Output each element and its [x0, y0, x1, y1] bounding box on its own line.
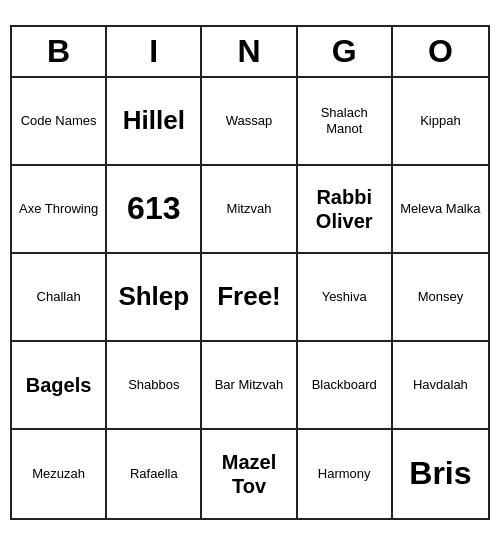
cell-text: Mitzvah	[227, 201, 272, 217]
cell-text: Mazel Tov	[206, 450, 291, 498]
cell-text: Shlep	[118, 281, 189, 312]
bingo-cell: Monsey	[393, 254, 488, 342]
cell-text: Yeshiva	[322, 289, 367, 305]
cell-text: Shalach Manot	[302, 105, 387, 136]
cell-text: Blackboard	[312, 377, 377, 393]
header-letter: N	[202, 27, 297, 76]
bingo-cell: Rabbi Oliver	[298, 166, 393, 254]
bingo-cell: Bris	[393, 430, 488, 518]
cell-text: Havdalah	[413, 377, 468, 393]
bingo-cell: Bagels	[12, 342, 107, 430]
bingo-cell: Challah	[12, 254, 107, 342]
bingo-cell: 613	[107, 166, 202, 254]
bingo-cell: Havdalah	[393, 342, 488, 430]
bingo-card: BINGO Code NamesHillelWassapShalach Mano…	[10, 25, 490, 520]
bingo-cell: Rafaella	[107, 430, 202, 518]
cell-text: Rafaella	[130, 466, 178, 482]
header-letter: O	[393, 27, 488, 76]
bingo-cell: Yeshiva	[298, 254, 393, 342]
bingo-grid: Code NamesHillelWassapShalach ManotKippa…	[12, 78, 488, 518]
cell-text: Axe Throwing	[19, 201, 98, 217]
header-letter: I	[107, 27, 202, 76]
bingo-cell: Shalach Manot	[298, 78, 393, 166]
cell-text: Hillel	[123, 105, 185, 136]
header-letter: B	[12, 27, 107, 76]
cell-text: Bar Mitzvah	[215, 377, 284, 393]
bingo-cell: Kippah	[393, 78, 488, 166]
bingo-cell: Hillel	[107, 78, 202, 166]
cell-text: Bagels	[26, 373, 92, 397]
bingo-cell: Mazel Tov	[202, 430, 297, 518]
cell-text: Mezuzah	[32, 466, 85, 482]
cell-text: Wassap	[226, 113, 272, 129]
cell-text: 613	[127, 189, 180, 227]
cell-text: Monsey	[418, 289, 464, 305]
bingo-cell: Wassap	[202, 78, 297, 166]
cell-text: Bris	[409, 454, 471, 492]
bingo-cell: Mitzvah	[202, 166, 297, 254]
cell-text: Kippah	[420, 113, 460, 129]
cell-text: Harmony	[318, 466, 371, 482]
cell-text: Rabbi Oliver	[302, 185, 387, 233]
bingo-cell: Blackboard	[298, 342, 393, 430]
bingo-cell: Code Names	[12, 78, 107, 166]
bingo-cell: Axe Throwing	[12, 166, 107, 254]
bingo-cell: Shabbos	[107, 342, 202, 430]
bingo-cell: Shlep	[107, 254, 202, 342]
cell-text: Meleva Malka	[400, 201, 480, 217]
cell-text: Free!	[217, 281, 281, 312]
bingo-cell: Free!	[202, 254, 297, 342]
bingo-cell: Harmony	[298, 430, 393, 518]
header-letter: G	[298, 27, 393, 76]
cell-text: Code Names	[21, 113, 97, 129]
bingo-header: BINGO	[12, 27, 488, 78]
cell-text: Challah	[37, 289, 81, 305]
bingo-cell: Mezuzah	[12, 430, 107, 518]
bingo-cell: Meleva Malka	[393, 166, 488, 254]
bingo-cell: Bar Mitzvah	[202, 342, 297, 430]
cell-text: Shabbos	[128, 377, 179, 393]
